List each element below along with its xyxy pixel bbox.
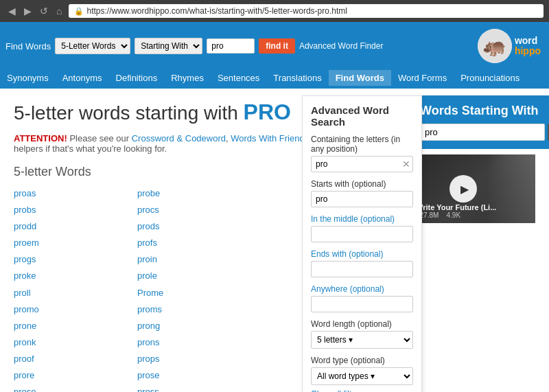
list-item[interactable]: props xyxy=(137,351,247,367)
tab-translations[interactable]: Translations xyxy=(266,70,328,86)
list-item[interactable]: prone xyxy=(14,319,124,334)
refresh-button[interactable]: ↺ xyxy=(37,4,51,18)
list-item[interactable]: proll xyxy=(14,286,124,301)
containing-input[interactable] xyxy=(311,156,413,172)
starts-with-label: Starts with (optional) xyxy=(311,179,413,189)
attention-text1: Please see our xyxy=(69,133,131,143)
browser-chrome: ◀ ▶ ↺ ⌂ 🔒 https://www.wordhippo.com/what… xyxy=(0,0,549,22)
list-item[interactable]: profs xyxy=(137,235,247,251)
right-sidebar: Words Starting With go ▶ Write Your Futu… xyxy=(412,89,549,392)
words-start-input[interactable] xyxy=(420,124,545,141)
list-item[interactable]: promo xyxy=(14,302,124,317)
containing-input-wrap: ✕ xyxy=(311,156,413,172)
pattern-select[interactable]: Starting With xyxy=(135,38,202,54)
list-item[interactable]: proke xyxy=(14,268,124,284)
tab-antonyms[interactable]: Antonyms xyxy=(56,70,109,86)
ends-with-input[interactable] xyxy=(311,261,413,277)
list-item[interactable]: prods xyxy=(137,219,247,234)
crossword-link[interactable]: Crossword & Codeword xyxy=(132,133,226,143)
list-item[interactable]: pross xyxy=(137,384,247,392)
list-item[interactable]: prore xyxy=(14,368,124,383)
list-item[interactable]: proms xyxy=(137,302,247,317)
list-item[interactable]: progs xyxy=(14,252,124,267)
list-item[interactable]: proin xyxy=(137,252,247,267)
starts-with-input[interactable] xyxy=(311,191,413,207)
sub-nav: Synonyms Antonyms Definitions Rhymes Sen… xyxy=(0,70,549,89)
list-item[interactable]: proas xyxy=(14,186,124,201)
list-item[interactable]: prong xyxy=(137,319,247,334)
advanced-search-panel: Advanced Word Search Containing the lett… xyxy=(302,95,422,392)
list-item[interactable]: probe xyxy=(137,186,247,201)
list-item[interactable]: prodd xyxy=(14,219,124,234)
tab-sentences[interactable]: Sentences xyxy=(211,70,266,86)
list-item[interactable]: prose xyxy=(137,368,247,383)
tab-synonyms[interactable]: Synonyms xyxy=(0,70,56,86)
advanced-word-finder-link[interactable]: Advanced Word Finder xyxy=(299,41,384,51)
length-select[interactable]: 5 letters ▾ xyxy=(311,331,413,349)
length-label: Word length (optional) xyxy=(311,319,413,329)
browser-controls: ◀ ▶ ↺ ⌂ xyxy=(5,4,65,18)
words-start-title: Words Starting With xyxy=(420,104,541,118)
middle-input[interactable] xyxy=(311,226,413,242)
play-icon: ▶ xyxy=(460,183,469,196)
tab-definitions[interactable]: Definitions xyxy=(109,70,165,86)
list-item[interactable]: proem xyxy=(14,235,124,251)
middle-label: In the middle (optional) xyxy=(311,214,413,224)
list-item[interactable]: prole xyxy=(137,268,247,284)
type-label: Word type (optional) xyxy=(311,356,413,365)
address-bar[interactable]: 🔒 https://www.wordhippo.com/what-is/star… xyxy=(69,4,544,18)
list-item[interactable]: prons xyxy=(137,335,247,350)
anywhere-label: Anywhere (optional) xyxy=(311,284,413,294)
list-item[interactable]: pronk xyxy=(14,335,124,350)
words-starting-with-box: Words Starting With go xyxy=(412,95,549,149)
tab-pronunciations[interactable]: Pronunciations xyxy=(454,70,526,86)
containing-clear-icon[interactable]: ✕ xyxy=(402,159,410,170)
play-button[interactable]: ▶ xyxy=(449,175,477,203)
tab-rhymes[interactable]: Rhymes xyxy=(164,70,211,86)
list-item[interactable]: proso xyxy=(14,384,124,392)
list-item[interactable]: procs xyxy=(137,203,247,218)
containing-label: Containing the letters (in any position) xyxy=(311,135,413,154)
title-highlight: PRO xyxy=(244,100,291,124)
type-select[interactable]: All word types ▾ xyxy=(311,367,413,385)
ends-with-label: Ends with (optional) xyxy=(311,249,413,259)
anywhere-input[interactable] xyxy=(311,296,413,312)
words-start-search: go xyxy=(420,124,541,141)
url-text: https://www.wordhippo.com/what-is/starti… xyxy=(86,6,347,16)
tab-word-forms[interactable]: Word Forms xyxy=(391,70,454,86)
back-button[interactable]: ◀ xyxy=(5,4,19,18)
video-title: Write Your Future (Li... xyxy=(416,203,496,211)
video-info: Write Your Future (Li... 127.8M 4.9K xyxy=(416,203,496,219)
wwf-link[interactable]: Words With Friends xyxy=(231,133,309,143)
list-item[interactable]: probs xyxy=(14,203,124,218)
home-button[interactable]: ⌂ xyxy=(54,4,65,18)
attention-label: ATTENTION! xyxy=(14,133,67,143)
logo-area: 🦛 word hippo xyxy=(475,26,544,66)
video-box: ▶ Write Your Future (Li... 127.8M 4.9K xyxy=(412,154,535,223)
tab-find-words[interactable]: Find Words xyxy=(329,70,391,86)
advanced-search-title: Advanced Word Search xyxy=(311,104,413,128)
video-stat2: 4.9K xyxy=(446,211,460,219)
logo-hippo: hippo xyxy=(515,46,541,56)
clear-filters-link[interactable]: Clear all filters xyxy=(311,389,413,392)
word-length-select[interactable]: 5-Letter Words xyxy=(55,38,130,54)
list-item[interactable]: proof xyxy=(14,351,124,367)
lock-icon: 🔒 xyxy=(74,7,84,16)
list-item[interactable]: Prome xyxy=(137,286,247,301)
video-stats: 127.8M 4.9K xyxy=(416,211,496,219)
find-it-button[interactable]: find it xyxy=(259,38,295,54)
find-words-label: Find Words xyxy=(5,41,51,51)
search-input[interactable] xyxy=(207,38,255,54)
title-prefix: 5-letter words starting with xyxy=(14,102,244,124)
logo-word: word xyxy=(515,36,541,46)
forward-button[interactable]: ▶ xyxy=(21,4,34,18)
